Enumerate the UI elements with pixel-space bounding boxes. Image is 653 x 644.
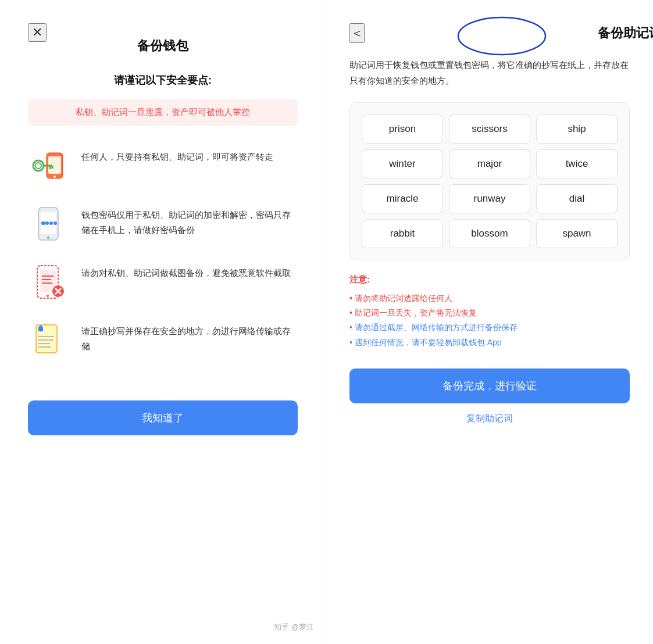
right-description: 助记词用于恢复钱包或重置钱包密码，将它准确的抄写在纸上，并存放在只有你知道的安全…	[349, 57, 630, 88]
tip-icon-2	[28, 203, 70, 245]
watermark: 知乎 @梦江	[274, 622, 314, 632]
right-panel: ＜ 备份助记词 助记词用于恢复钱包或重置钱包密码，将它准确的抄写在纸上，并存放在…	[326, 0, 653, 644]
mnemonic-word: runway	[449, 184, 530, 213]
svg-point-14	[53, 221, 57, 225]
notice-item: • 请勿通过截屏、网络传输的方式进行备份保存	[349, 320, 630, 335]
mnemonic-word: prison	[362, 115, 443, 144]
safety-heading: 请谨记以下安全要点:	[28, 73, 298, 87]
mnemonic-word: dial	[536, 184, 618, 213]
mnemonic-word: major	[449, 149, 530, 178]
right-header: ＜ 备份助记词	[349, 23, 630, 43]
understand-button[interactable]: 我知道了	[28, 400, 298, 435]
svg-point-10	[47, 237, 49, 239]
notice-title: 注意:	[349, 274, 630, 285]
svg-point-13	[49, 221, 53, 225]
mnemonic-word: scissors	[449, 115, 530, 144]
tip-item-3: 请勿对私钥、助记词做截图备份，避免被恶意软件截取	[28, 261, 298, 303]
notice-section: 注意: • 请勿将助记词透露给任何人• 助记词一旦丢失，资产将无法恢复• 请勿通…	[349, 274, 630, 350]
verify-button[interactable]: 备份完成，进行验证	[349, 368, 630, 403]
tip-icon-4	[28, 319, 70, 361]
svg-point-3	[33, 160, 44, 171]
mnemonic-word: rabbit	[362, 219, 443, 248]
tip-text-4: 请正确抄写并保存在安全的地方，勿进行网络传输或存储	[81, 319, 298, 353]
right-title: 备份助记词	[598, 24, 653, 42]
svg-point-18	[47, 295, 49, 297]
tip-text-2: 钱包密码仅用于私钥、助记词的加密和解密，密码只存储在手机上，请做好密码备份	[81, 203, 298, 237]
mnemonic-word: twice	[536, 149, 618, 178]
mnemonic-word: blossom	[449, 219, 530, 248]
left-panel: ✕ 备份钱包 请谨记以下安全要点: 私钥、助记词一旦泄露，资产即可被他人掌控 任…	[0, 0, 326, 644]
mnemonic-word: ship	[536, 115, 618, 144]
copy-mnemonic-link[interactable]: 复制助记词	[349, 413, 630, 425]
svg-point-15	[42, 221, 45, 225]
tip-text-1: 任何人，只要持有私钥、助记词，即可将资产转走	[81, 145, 273, 164]
tip-item-4: 请正确抄写并保存在安全的地方，勿进行网络传输或存储	[28, 319, 298, 361]
mnemonic-grid: prisonscissorsshipwintermajortwicemiracl…	[349, 102, 630, 260]
mnemonic-word: spawn	[536, 219, 618, 248]
mnemonic-word: miracle	[362, 184, 443, 213]
notice-item: • 助记词一旦丢失，资产将无法恢复	[349, 306, 630, 320]
svg-point-2	[53, 176, 56, 178]
tip-icon-1	[28, 145, 70, 187]
mnemonic-word: winter	[362, 149, 443, 178]
tip-icon-3	[28, 261, 70, 303]
tip-item-1: 任何人，只要持有私钥、助记词，即可将资产转走	[28, 145, 298, 187]
notice-item: • 请勿将助记词透露给任何人	[349, 291, 630, 306]
left-title: 备份钱包	[28, 33, 298, 55]
svg-point-12	[45, 221, 49, 225]
warning-banner: 私钥、助记词一旦泄露，资产即可被他人掌控	[28, 99, 298, 126]
tip-item-2: 钱包密码仅用于私钥、助记词的加密和解密，密码只存储在手机上，请做好密码备份	[28, 203, 298, 245]
svg-point-4	[35, 163, 41, 169]
tip-text-3: 请勿对私钥、助记词做截图备份，避免被恶意软件截取	[81, 261, 291, 281]
svg-point-30	[458, 17, 545, 55]
notice-item: • 遇到任何情况，请不要轻易卸载钱包 App	[349, 335, 630, 350]
back-button[interactable]: ＜	[349, 23, 365, 43]
